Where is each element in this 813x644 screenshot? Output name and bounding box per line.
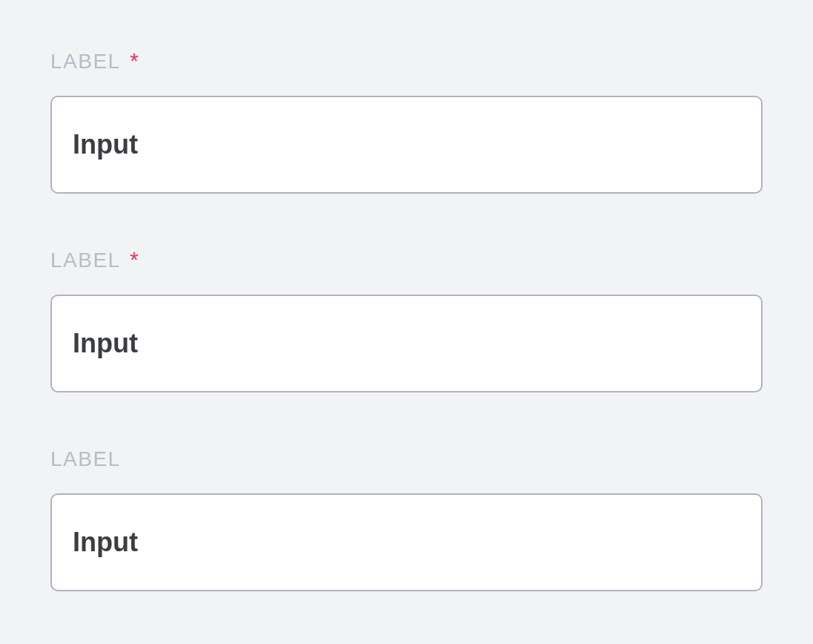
label-text-1: LABEL [50,50,120,73]
text-input-2[interactable] [50,295,763,392]
form-field-3: LABEL [50,446,763,591]
field-label-3: LABEL [50,446,763,471]
field-label-2: LABEL * [50,247,763,272]
text-input-1[interactable] [50,96,763,194]
required-asterisk-2: * [130,247,139,272]
form-field-2: LABEL * [50,247,763,392]
required-asterisk-1: * [130,48,139,73]
label-text-2: LABEL [50,249,120,272]
label-text-3: LABEL [50,447,121,470]
form-field-1: LABEL * [50,48,763,194]
field-label-1: LABEL * [50,48,763,73]
text-input-3[interactable] [50,493,763,591]
